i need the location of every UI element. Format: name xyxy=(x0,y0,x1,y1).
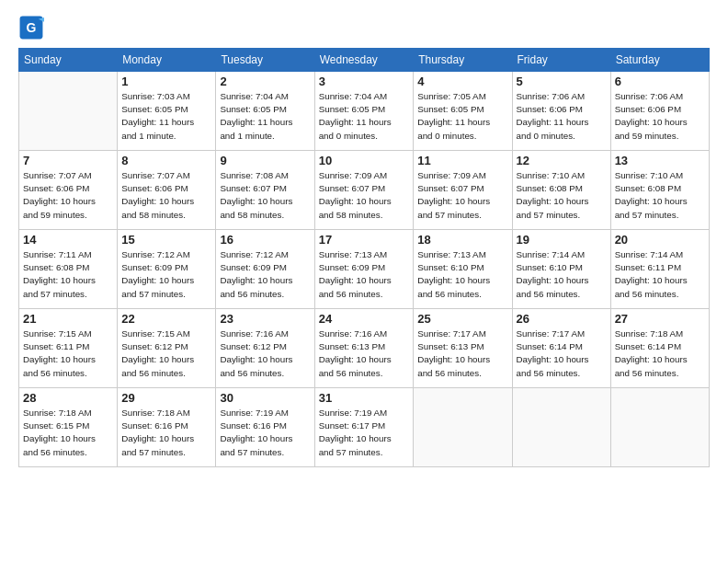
day-number: 7 xyxy=(23,154,113,167)
day-number: 14 xyxy=(23,233,113,247)
day-info: Sunrise: 7:13 AM Sunset: 6:09 PM Dayligh… xyxy=(319,248,410,301)
calendar-cell: 27Sunrise: 7:18 AM Sunset: 6:14 PM Dayli… xyxy=(610,309,709,388)
day-info: Sunrise: 7:18 AM Sunset: 6:16 PM Dayligh… xyxy=(121,407,211,459)
day-info: Sunrise: 7:15 AM Sunset: 6:11 PM Dayligh… xyxy=(23,327,113,380)
calendar-week-1: 1Sunrise: 7:03 AM Sunset: 6:05 PM Daylig… xyxy=(19,72,710,151)
day-info: Sunrise: 7:14 AM Sunset: 6:10 PM Dayligh… xyxy=(517,248,607,301)
col-header-friday: Friday xyxy=(512,49,610,72)
col-header-sunday: Sunday xyxy=(19,49,118,72)
calendar-cell: 29Sunrise: 7:18 AM Sunset: 6:16 PM Dayli… xyxy=(118,388,216,467)
calendar-cell: 14Sunrise: 7:11 AM Sunset: 6:08 PM Dayli… xyxy=(19,230,118,309)
calendar-cell: 16Sunrise: 7:12 AM Sunset: 6:09 PM Dayli… xyxy=(216,230,314,309)
day-info: Sunrise: 7:10 AM Sunset: 6:08 PM Dayligh… xyxy=(615,169,705,222)
day-info: Sunrise: 7:16 AM Sunset: 6:12 PM Dayligh… xyxy=(220,327,310,380)
day-number: 8 xyxy=(121,154,211,167)
calendar-cell xyxy=(610,388,709,467)
calendar-cell: 10Sunrise: 7:09 AM Sunset: 6:07 PM Dayli… xyxy=(314,151,414,230)
col-header-saturday: Saturday xyxy=(610,49,709,72)
day-number: 18 xyxy=(417,233,507,247)
calendar-cell xyxy=(414,388,512,467)
day-number: 21 xyxy=(23,312,113,326)
day-info: Sunrise: 7:12 AM Sunset: 6:09 PM Dayligh… xyxy=(220,248,310,301)
day-number: 4 xyxy=(417,75,507,88)
day-info: Sunrise: 7:15 AM Sunset: 6:12 PM Dayligh… xyxy=(121,327,211,380)
day-number: 24 xyxy=(319,312,410,326)
calendar-cell: 2Sunrise: 7:04 AM Sunset: 6:05 PM Daylig… xyxy=(216,72,314,151)
calendar-table: SundayMondayTuesdayWednesdayThursdayFrid… xyxy=(18,48,710,467)
calendar-cell: 3Sunrise: 7:04 AM Sunset: 6:05 PM Daylig… xyxy=(314,72,414,151)
calendar-week-5: 28Sunrise: 7:18 AM Sunset: 6:15 PM Dayli… xyxy=(19,388,710,467)
calendar-cell: 4Sunrise: 7:05 AM Sunset: 6:05 PM Daylig… xyxy=(414,72,512,151)
day-number: 13 xyxy=(615,154,705,167)
day-number: 1 xyxy=(121,75,211,88)
page: G SundayMondayTuesdayWednesdayThursdayFr… xyxy=(0,0,728,563)
col-header-tuesday: Tuesday xyxy=(216,49,314,72)
day-number: 22 xyxy=(121,312,211,326)
day-info: Sunrise: 7:13 AM Sunset: 6:10 PM Dayligh… xyxy=(417,248,507,301)
day-number: 19 xyxy=(517,233,607,247)
day-number: 23 xyxy=(220,312,310,326)
calendar-cell: 30Sunrise: 7:19 AM Sunset: 6:16 PM Dayli… xyxy=(216,388,314,467)
day-number: 12 xyxy=(517,154,607,167)
day-info: Sunrise: 7:18 AM Sunset: 6:15 PM Dayligh… xyxy=(23,407,113,459)
logo-icon: G xyxy=(18,15,44,40)
day-number: 9 xyxy=(220,154,310,167)
calendar-cell: 17Sunrise: 7:13 AM Sunset: 6:09 PM Dayli… xyxy=(314,230,414,309)
day-info: Sunrise: 7:06 AM Sunset: 6:06 PM Dayligh… xyxy=(615,90,705,143)
day-info: Sunrise: 7:19 AM Sunset: 6:17 PM Dayligh… xyxy=(319,407,410,459)
calendar-cell: 18Sunrise: 7:13 AM Sunset: 6:10 PM Dayli… xyxy=(414,230,512,309)
day-number: 6 xyxy=(615,75,705,88)
calendar-cell: 19Sunrise: 7:14 AM Sunset: 6:10 PM Dayli… xyxy=(512,230,610,309)
day-info: Sunrise: 7:18 AM Sunset: 6:14 PM Dayligh… xyxy=(615,327,705,380)
day-number: 31 xyxy=(319,391,410,405)
day-info: Sunrise: 7:19 AM Sunset: 6:16 PM Dayligh… xyxy=(220,407,310,459)
day-info: Sunrise: 7:07 AM Sunset: 6:06 PM Dayligh… xyxy=(121,169,211,222)
day-number: 17 xyxy=(319,233,410,247)
header: G xyxy=(18,15,710,40)
calendar-cell: 7Sunrise: 7:07 AM Sunset: 6:06 PM Daylig… xyxy=(19,151,118,230)
calendar-cell: 21Sunrise: 7:15 AM Sunset: 6:11 PM Dayli… xyxy=(19,309,118,388)
calendar-cell: 24Sunrise: 7:16 AM Sunset: 6:13 PM Dayli… xyxy=(314,309,414,388)
day-number: 5 xyxy=(517,75,607,88)
day-info: Sunrise: 7:12 AM Sunset: 6:09 PM Dayligh… xyxy=(121,248,211,301)
calendar-cell: 15Sunrise: 7:12 AM Sunset: 6:09 PM Dayli… xyxy=(118,230,216,309)
calendar-cell: 28Sunrise: 7:18 AM Sunset: 6:15 PM Dayli… xyxy=(19,388,118,467)
day-info: Sunrise: 7:17 AM Sunset: 6:13 PM Dayligh… xyxy=(417,327,507,380)
day-number: 20 xyxy=(615,233,705,247)
day-number: 25 xyxy=(417,312,507,326)
day-info: Sunrise: 7:16 AM Sunset: 6:13 PM Dayligh… xyxy=(319,327,410,380)
day-number: 29 xyxy=(121,391,211,405)
day-number: 15 xyxy=(121,233,211,247)
day-info: Sunrise: 7:04 AM Sunset: 6:05 PM Dayligh… xyxy=(319,90,410,143)
day-info: Sunrise: 7:11 AM Sunset: 6:08 PM Dayligh… xyxy=(23,248,113,301)
day-info: Sunrise: 7:09 AM Sunset: 6:07 PM Dayligh… xyxy=(319,169,410,222)
day-info: Sunrise: 7:10 AM Sunset: 6:08 PM Dayligh… xyxy=(517,169,607,222)
calendar-cell: 12Sunrise: 7:10 AM Sunset: 6:08 PM Dayli… xyxy=(512,151,610,230)
day-info: Sunrise: 7:17 AM Sunset: 6:14 PM Dayligh… xyxy=(517,327,607,380)
calendar-cell: 25Sunrise: 7:17 AM Sunset: 6:13 PM Dayli… xyxy=(414,309,512,388)
calendar-header-row: SundayMondayTuesdayWednesdayThursdayFrid… xyxy=(19,49,710,72)
day-info: Sunrise: 7:06 AM Sunset: 6:06 PM Dayligh… xyxy=(517,90,607,143)
day-info: Sunrise: 7:08 AM Sunset: 6:07 PM Dayligh… xyxy=(220,169,310,222)
day-number: 16 xyxy=(220,233,310,247)
calendar-cell: 22Sunrise: 7:15 AM Sunset: 6:12 PM Dayli… xyxy=(118,309,216,388)
col-header-wednesday: Wednesday xyxy=(314,49,414,72)
day-info: Sunrise: 7:05 AM Sunset: 6:05 PM Dayligh… xyxy=(417,90,507,143)
day-number: 30 xyxy=(220,391,310,405)
day-info: Sunrise: 7:07 AM Sunset: 6:06 PM Dayligh… xyxy=(23,169,113,222)
calendar-week-2: 7Sunrise: 7:07 AM Sunset: 6:06 PM Daylig… xyxy=(19,151,710,230)
day-number: 11 xyxy=(417,154,507,167)
calendar-cell: 31Sunrise: 7:19 AM Sunset: 6:17 PM Dayli… xyxy=(314,388,414,467)
col-header-thursday: Thursday xyxy=(414,49,512,72)
calendar-cell xyxy=(512,388,610,467)
calendar-cell: 6Sunrise: 7:06 AM Sunset: 6:06 PM Daylig… xyxy=(610,72,709,151)
calendar-week-3: 14Sunrise: 7:11 AM Sunset: 6:08 PM Dayli… xyxy=(19,230,710,309)
day-number: 27 xyxy=(615,312,705,326)
day-number: 10 xyxy=(319,154,410,167)
calendar-cell: 11Sunrise: 7:09 AM Sunset: 6:07 PM Dayli… xyxy=(414,151,512,230)
day-info: Sunrise: 7:04 AM Sunset: 6:05 PM Dayligh… xyxy=(220,90,310,143)
calendar-cell: 23Sunrise: 7:16 AM Sunset: 6:12 PM Dayli… xyxy=(216,309,314,388)
svg-text:G: G xyxy=(27,20,37,35)
calendar-cell: 5Sunrise: 7:06 AM Sunset: 6:06 PM Daylig… xyxy=(512,72,610,151)
day-number: 2 xyxy=(220,75,310,88)
